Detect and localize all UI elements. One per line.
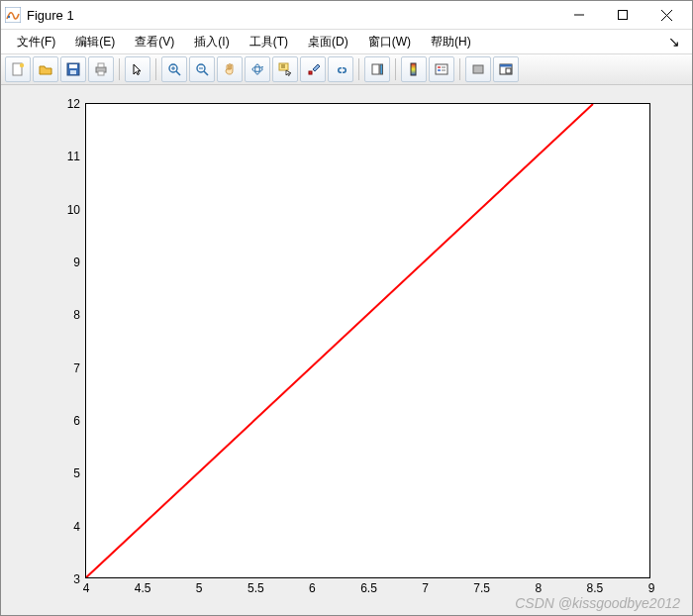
- menu-help[interactable]: 帮助(H): [421, 32, 481, 52]
- legend-icon[interactable]: [429, 56, 454, 82]
- svg-point-1: [8, 16, 10, 18]
- svg-rect-38: [506, 68, 511, 73]
- toolbar-separator: [395, 58, 396, 80]
- x-tick-label: 7.5: [473, 577, 490, 595]
- chart-line: [86, 104, 649, 577]
- x-tick-label: 7: [422, 577, 429, 595]
- axes[interactable]: 345678910111244.555.566.577.588.59: [85, 103, 650, 578]
- svg-rect-10: [70, 70, 76, 74]
- svg-point-7: [20, 63, 24, 67]
- pointer-icon[interactable]: [125, 56, 150, 82]
- minimize-button[interactable]: [557, 2, 601, 28]
- x-tick-label: 8: [535, 577, 542, 595]
- y-tick-label: 7: [50, 361, 86, 375]
- y-tick-label: 12: [50, 97, 86, 111]
- titlebar: Figure 1: [1, 1, 692, 30]
- toolbar-separator: [119, 58, 120, 80]
- svg-point-21: [252, 67, 262, 72]
- menu-insert[interactable]: 插入(I): [184, 32, 239, 52]
- menu-window[interactable]: 窗口(W): [358, 32, 421, 52]
- y-tick-label: 5: [50, 466, 86, 480]
- y-tick-label: 3: [50, 572, 86, 586]
- svg-rect-35: [473, 65, 483, 73]
- svg-rect-13: [98, 71, 104, 75]
- menu-file[interactable]: 文件(F): [7, 32, 65, 52]
- window-title: Figure 1: [27, 8, 74, 23]
- zoom-out-icon[interactable]: [189, 56, 215, 82]
- rotate-3d-icon[interactable]: [245, 56, 270, 82]
- x-tick-label: 5: [196, 577, 203, 595]
- figure-canvas[interactable]: 345678910111244.555.566.577.588.59 CSDN …: [1, 85, 692, 615]
- svg-line-15: [176, 71, 180, 75]
- open-folder-icon[interactable]: [33, 56, 58, 82]
- toolbar-separator: [459, 58, 460, 80]
- x-tick-label: 9: [648, 577, 655, 595]
- menubar-overflow-icon[interactable]: ↘: [668, 34, 686, 50]
- x-tick-label: 6: [309, 577, 316, 595]
- pan-hand-icon[interactable]: [217, 56, 243, 82]
- y-tick-label: 9: [50, 256, 86, 269]
- menu-desktop[interactable]: 桌面(D): [298, 32, 358, 52]
- x-tick-label: 5.5: [248, 577, 264, 595]
- y-tick-label: 6: [50, 414, 86, 428]
- figure-window: Figure 1 文件(F) 编辑(E) 查看(V) 插入(I) 工具(T) 桌…: [0, 0, 693, 616]
- insert-colorbar-icon[interactable]: [364, 56, 390, 82]
- print-icon[interactable]: [88, 56, 114, 82]
- toolbar: [1, 54, 692, 85]
- x-tick-label: 4.5: [135, 577, 151, 595]
- svg-rect-12: [98, 63, 104, 67]
- link-plots-icon[interactable]: [328, 56, 353, 82]
- x-tick-label: 4: [83, 577, 90, 595]
- close-button[interactable]: [644, 2, 688, 28]
- watermark: CSDN @kissgoodbye2012: [515, 595, 680, 611]
- svg-line-19: [204, 71, 208, 75]
- menu-edit[interactable]: 编辑(E): [65, 32, 125, 52]
- svg-rect-37: [500, 64, 512, 67]
- svg-rect-28: [380, 64, 383, 74]
- menubar: 文件(F) 编辑(E) 查看(V) 插入(I) 工具(T) 桌面(D) 窗口(W…: [1, 30, 692, 54]
- y-tick-label: 10: [50, 203, 86, 217]
- menu-view[interactable]: 查看(V): [125, 32, 184, 52]
- colorbar-icon[interactable]: [401, 56, 427, 82]
- toolbar-separator: [358, 58, 359, 80]
- menu-tools[interactable]: 工具(T): [240, 32, 298, 52]
- zoom-in-icon[interactable]: [161, 56, 187, 82]
- y-tick-label: 4: [50, 520, 86, 534]
- svg-rect-27: [372, 64, 379, 74]
- x-tick-label: 6.5: [360, 577, 377, 595]
- data-cursor-icon[interactable]: [272, 56, 298, 82]
- svg-rect-26: [309, 71, 312, 74]
- y-tick-label: 11: [50, 150, 86, 163]
- toolbar-separator: [155, 58, 156, 80]
- maximize-button[interactable]: [601, 2, 644, 28]
- svg-point-22: [255, 64, 260, 74]
- save-icon[interactable]: [60, 56, 86, 82]
- svg-rect-30: [436, 64, 447, 74]
- svg-rect-9: [69, 64, 77, 68]
- svg-rect-3: [619, 11, 628, 20]
- x-tick-label: 8.5: [587, 577, 604, 595]
- brush-icon[interactable]: [300, 56, 326, 82]
- dock-icon[interactable]: [493, 56, 519, 82]
- matlab-figure-icon: [5, 7, 21, 23]
- hide-tools-icon[interactable]: [465, 56, 491, 82]
- svg-rect-29: [411, 63, 416, 75]
- new-file-icon[interactable]: [5, 56, 31, 82]
- y-tick-label: 8: [50, 308, 86, 322]
